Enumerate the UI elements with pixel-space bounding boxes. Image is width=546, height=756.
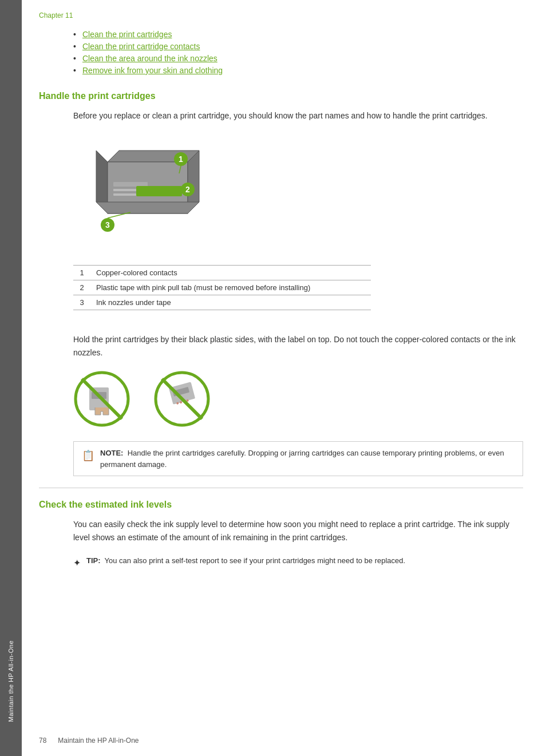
section1-intro: Before you replace or clean a print cart… [73,109,523,122]
bullet-list: Clean the print cartridges Clean the pri… [73,30,523,75]
table-row: 3 Ink nozzles under tape [73,295,371,310]
tip-box: ✦ TIP: You can also print a self-test re… [73,553,523,572]
link-clean-cartridges[interactable]: Clean the print cartridges [82,30,172,39]
svg-rect-5 [113,182,148,187]
svg-text:3: 3 [105,220,110,229]
footer-page-num: 78 [39,737,46,745]
tip-content: You can also print a self-test report to… [105,556,406,565]
link-clean-contacts[interactable]: Clean the print cartridge contacts [82,42,200,51]
sidebar-label: Maintain the HP All-in-One [7,640,14,722]
svg-text:1: 1 [179,155,183,164]
footer-title: Maintain the HP All-in-One [58,737,139,745]
note-box: 📋 NOTE: Handle the print cartridges care… [73,441,523,476]
list-item: Remove ink from your skin and clothing [73,66,523,75]
cartridge-diagram: 1 2 3 [73,133,523,322]
sidebar: Maintain the HP All-in-One [0,0,22,756]
section2-body-text: You can easily check the ink supply leve… [73,518,523,544]
main-content: Chapter 11 Clean the print cartridges Cl… [22,0,546,756]
svg-marker-4 [96,202,199,213]
cartridge-image: 1 2 3 [73,133,256,259]
section1-body-text: Hold the print cartridges by their black… [73,333,523,359]
section1-body: Before you replace or clean a print cart… [73,109,523,476]
row-num: 3 [73,295,90,310]
svg-text:2: 2 [185,185,190,194]
row-desc: Plastic tape with pink pull tab (must be… [90,280,371,295]
diagram-table: 1 Copper-colored contacts 2 Plastic tape… [73,265,371,310]
list-item: Clean the print cartridge contacts [73,42,523,51]
list-item: Clean the print cartridges [73,30,523,39]
row-num: 1 [73,266,90,280]
row-desc: Copper-colored contacts [90,266,371,280]
note-label: NOTE: [100,449,123,457]
link-clean-nozzles[interactable]: Clean the area around the ink nozzles [82,54,217,63]
chapter-label: Chapter 11 [39,11,523,19]
list-item: Clean the area around the ink nozzles [73,54,523,63]
table-row: 1 Copper-colored contacts [73,266,371,280]
link-remove-ink[interactable]: Remove ink from your skin and clothing [82,66,223,75]
svg-rect-7 [113,193,136,196]
tip-text: TIP: You can also print a self-test repo… [86,555,405,567]
note-content: Handle the print cartridges carefully. D… [100,449,504,469]
row-num: 2 [73,280,90,295]
note-icon: 📋 [82,448,94,464]
row-desc: Ink nozzles under tape [90,295,371,310]
svg-rect-8 [136,186,182,196]
no-touch-icon-2 [153,370,211,428]
note-text: NOTE: Handle the print cartridges carefu… [100,448,515,470]
page-footer: 78 Maintain the HP All-in-One [39,737,523,745]
section2-body: You can easily check the ink supply leve… [73,518,523,572]
section-divider [39,488,523,488]
tip-icon: ✦ [73,556,81,570]
section1-heading: Handle the print cartridges [39,91,523,101]
table-row: 2 Plastic tape with pink pull tab (must … [73,280,371,295]
tip-label: TIP: [86,556,101,565]
no-touch-icons [73,370,523,428]
section2-heading: Check the estimated ink levels [39,500,523,510]
no-touch-icon-1 [73,370,130,428]
